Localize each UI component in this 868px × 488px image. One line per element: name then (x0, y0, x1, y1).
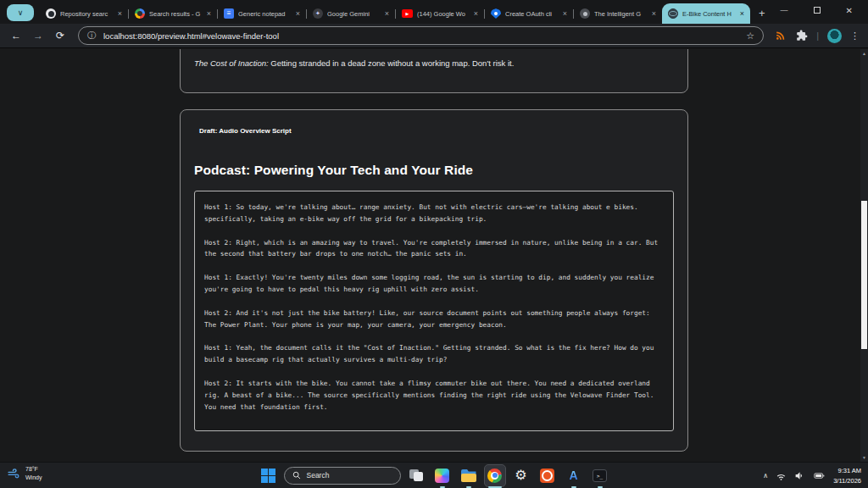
reload-button[interactable]: ⟳ (53, 30, 68, 42)
tab-title: (144) Google Wo (417, 10, 470, 18)
running-indicator (571, 486, 576, 488)
tab-title: Create OAuth cli (505, 10, 559, 18)
script-box: Host 1: So today, we're talking about… r… (194, 191, 674, 431)
tab-search-button[interactable]: ∨ (7, 4, 34, 21)
gear-icon: ⚙ (515, 469, 526, 482)
window-close-button[interactable]: ✕ (846, 6, 853, 15)
task-view-button[interactable] (405, 463, 427, 488)
youtube-icon: ▶ (402, 9, 413, 18)
tab-close-icon[interactable]: × (652, 9, 656, 18)
running-indicator (440, 486, 445, 488)
scroll-up-arrow[interactable]: ▲ (860, 51, 868, 56)
browser-tab-search-results[interactable]: Search results - G × (129, 3, 217, 24)
tab-close-icon[interactable]: × (118, 9, 122, 18)
extensions-puzzle-icon[interactable] (796, 30, 808, 42)
script-paragraph: Host 2: Right, which is an amazing way t… (204, 237, 664, 261)
copilot-icon (435, 469, 449, 483)
folder-icon (461, 469, 476, 482)
taskbar-search-label: Search (307, 471, 330, 480)
back-button[interactable]: ← (8, 30, 24, 42)
ubuntu-button[interactable] (537, 463, 559, 488)
script-paragraph: Host 1: Yeah, the document calls it the … (204, 342, 664, 366)
wind-icon (7, 467, 21, 481)
app-logo-icon (580, 8, 590, 19)
browser-tab-youtube[interactable]: ▶ (144) Google Wo × (396, 3, 484, 24)
globe-icon (668, 8, 678, 19)
chrome-icon (487, 469, 502, 483)
volume-icon[interactable] (794, 470, 805, 481)
tab-title: E-Bike Content H (682, 10, 736, 18)
tab-close-icon[interactable]: × (474, 9, 478, 18)
dev-app-button[interactable]: A (563, 463, 585, 488)
audio-script-card: Draft: Audio Overview Script Podcast: Po… (180, 109, 688, 452)
window-controls: — ✕ (781, 6, 868, 19)
search-icon (292, 471, 301, 480)
terminal-button[interactable]: >_ (589, 463, 611, 488)
tab-close-icon[interactable]: × (207, 9, 211, 18)
clock-widget[interactable]: 9:31 AM 3/11/2026 (833, 466, 861, 485)
browser-toolbar: ← → ⟳ ⓘ localhost:8080/preview.html#velo… (0, 24, 868, 48)
settings-button[interactable]: ⚙ (510, 463, 532, 488)
browser-tab-ebike-active[interactable]: E-Bike Content H × (662, 3, 750, 24)
new-tab-button[interactable]: + (759, 7, 765, 19)
start-button[interactable] (258, 463, 280, 488)
scrollbar-thumb[interactable] (861, 201, 867, 349)
shield-icon (491, 8, 501, 19)
tab-close-icon[interactable]: × (563, 9, 567, 18)
github-icon (46, 8, 56, 19)
file-explorer-button[interactable] (458, 463, 480, 488)
minimize-button[interactable]: — (781, 6, 788, 14)
terminal-icon: >_ (593, 469, 607, 482)
taskbar: 78°F Windy Search (0, 462, 868, 488)
browser-tab-oauth[interactable]: Create OAuth cli × (485, 3, 573, 24)
page-viewport: The Cost of Inaction: Getting stranded i… (0, 49, 868, 462)
site-info-icon[interactable]: ⓘ (87, 30, 96, 42)
tab-title: Generic notepad (238, 10, 292, 18)
battery-icon[interactable] (813, 470, 826, 481)
running-indicator (488, 486, 502, 488)
chrome-button[interactable] (484, 464, 506, 487)
tab-close-icon[interactable]: × (385, 9, 389, 18)
tray-date: 3/11/2026 (833, 476, 861, 485)
browser-tab-intelligent[interactable]: The Intelligent G × (574, 3, 662, 24)
browser-menu-icon[interactable]: ⋮ (850, 30, 860, 42)
tab-title: Search results - G (149, 10, 203, 18)
page-scrollbar[interactable]: ▲ ▼ (860, 49, 868, 462)
bookmark-star-icon[interactable]: ☆ (746, 30, 754, 42)
windows-logo-icon (261, 469, 275, 483)
weather-temp: 78°F (25, 465, 42, 474)
tray-chevron-icon[interactable]: ∧ (763, 472, 768, 480)
address-bar[interactable]: ⓘ localhost:8080/preview.html#velowave-f… (78, 26, 764, 45)
weather-condition: Windy (25, 474, 42, 482)
taskbar-search[interactable]: Search (284, 467, 401, 485)
script-paragraph: Host 1: Exactly! You're twenty miles dow… (204, 272, 664, 296)
weather-widget[interactable]: 78°F Windy (7, 465, 42, 482)
tab-title: Repository searc (60, 10, 114, 18)
taskbar-center: Search ⚙ A >_ (258, 463, 611, 488)
rss-extension-icon[interactable] (776, 30, 787, 42)
maximize-button[interactable] (814, 7, 821, 14)
wifi-icon[interactable] (776, 470, 787, 481)
draft-label: Draft: Audio Overview Script (199, 127, 674, 135)
tab-close-icon[interactable]: × (296, 9, 300, 18)
script-paragraph: Host 2: And it's not just the bike batte… (204, 308, 664, 331)
cost-note-lead: The Cost of Inaction: (194, 58, 269, 68)
cost-of-inaction-text: The Cost of Inaction: Getting stranded i… (194, 58, 514, 68)
browser-tab-notepad[interactable]: ≡ Generic notepad × (218, 3, 306, 24)
scroll-down-arrow[interactable]: ▼ (860, 455, 868, 460)
notepad-icon: ≡ (224, 8, 234, 19)
chevron-down-icon: ∨ (18, 8, 24, 17)
browser-tab-gemini[interactable]: ✦ Google Gemini × (307, 3, 395, 24)
tray-time: 9:31 AM (833, 466, 861, 475)
tab-title: Google Gemini (327, 10, 381, 18)
url-text[interactable]: localhost:8080/preview.html#velowave-fin… (103, 31, 746, 41)
tab-close-icon[interactable]: × (740, 9, 744, 18)
browser-tab-repository[interactable]: Repository searc × (40, 3, 128, 24)
profile-avatar[interactable] (827, 29, 842, 43)
system-tray: ∧ 9:31 AM 3/11/2026 (763, 463, 861, 488)
tab-title: The Intelligent G (594, 10, 648, 18)
script-paragraph: Host 1: So today, we're talking about… r… (204, 202, 664, 225)
forward-button[interactable]: → (31, 30, 46, 42)
copilot-app-button[interactable] (431, 463, 453, 488)
ubuntu-icon (540, 469, 554, 483)
